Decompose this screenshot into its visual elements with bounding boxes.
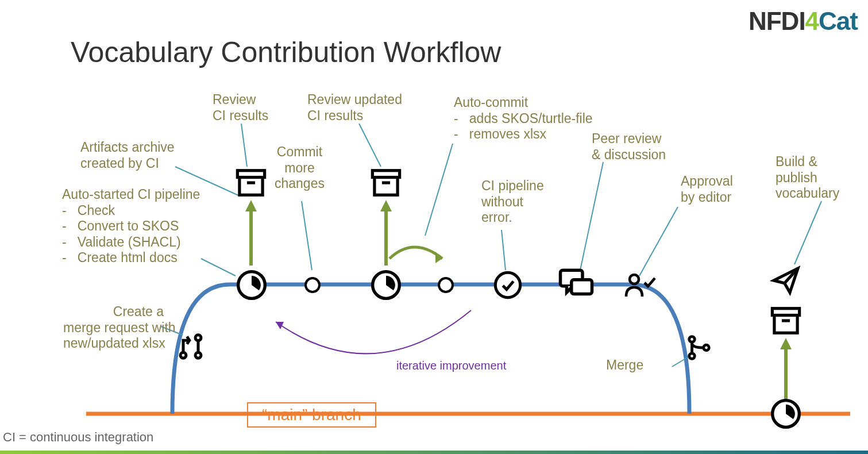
merge-icon [685,333,713,364]
logo-part1: NFDI [749,7,805,35]
label-artifacts: Artifacts archive created by CI [80,140,175,171]
svg-marker-4 [245,200,257,211]
svg-rect-37 [240,178,263,195]
logo-part3: Cat [819,7,858,35]
archive-box-3-icon [769,306,803,338]
commit-dot-2-icon [437,276,455,297]
svg-point-25 [306,278,319,292]
svg-rect-30 [572,280,592,294]
label-iterative: iterative improvement [396,359,506,372]
svg-line-13 [302,201,312,270]
svg-point-23 [195,335,201,341]
svg-point-33 [689,353,695,359]
svg-point-28 [495,272,520,297]
svg-point-31 [630,275,639,284]
ci-pipeline-icon [236,269,268,303]
svg-line-15 [425,144,453,236]
label-auto-commit: Auto-commit - adds SKOS/turtle-file - re… [454,95,593,143]
svg-line-18 [639,207,678,276]
svg-point-22 [195,352,201,358]
page-title: Vocabulary Contribution Workflow [71,36,501,69]
svg-line-17 [580,162,603,270]
ci-pipeline-2-icon [370,269,402,303]
label-build-publish: Build & publish vocabulary [776,154,839,202]
label-peer-review: Peer review & discussion [592,131,666,163]
label-merge-request: Create a merge request with new/updated … [63,304,164,352]
svg-marker-6 [380,200,392,211]
approval-icon [623,271,657,301]
logo: NFDI4Cat [749,7,858,36]
label-ci-pipeline: Auto-started CI pipeline - Check - Conve… [62,187,200,266]
svg-line-12 [241,124,247,167]
svg-line-20 [794,201,821,264]
svg-marker-1 [276,322,284,329]
label-commit-more: Commit more changes [275,144,325,192]
svg-line-16 [501,230,506,270]
check-circle-icon [493,270,523,302]
discussion-icon [557,266,595,306]
footnote: CI = continuous integration [3,430,153,445]
ci-pipeline-main-icon [770,398,802,432]
svg-point-32 [689,337,695,343]
logo-part2: 4 [805,7,819,35]
svg-line-10 [201,259,236,276]
svg-point-27 [439,278,453,292]
svg-line-14 [359,124,381,167]
label-merge: Merge [606,357,643,374]
merge-request-icon [176,332,206,364]
svg-point-34 [704,345,709,351]
paper-plane-icon [770,264,802,299]
archive-box-1-icon [234,168,268,200]
label-review-ci: Review CI results [213,92,268,124]
label-review-updated: Review updated CI results [307,92,402,124]
main-branch-box: “main” branch [247,402,376,428]
svg-marker-2 [435,252,442,263]
archive-box-2-icon [369,168,403,200]
commit-dot-icon [303,276,322,297]
svg-point-21 [180,352,186,358]
label-ci-no-error: CI pipeline without error. [481,178,544,226]
svg-rect-43 [774,316,797,333]
footer-gradient [0,451,868,454]
svg-marker-8 [780,338,792,349]
label-approval: Approval by editor [681,174,733,205]
svg-rect-40 [375,178,398,195]
